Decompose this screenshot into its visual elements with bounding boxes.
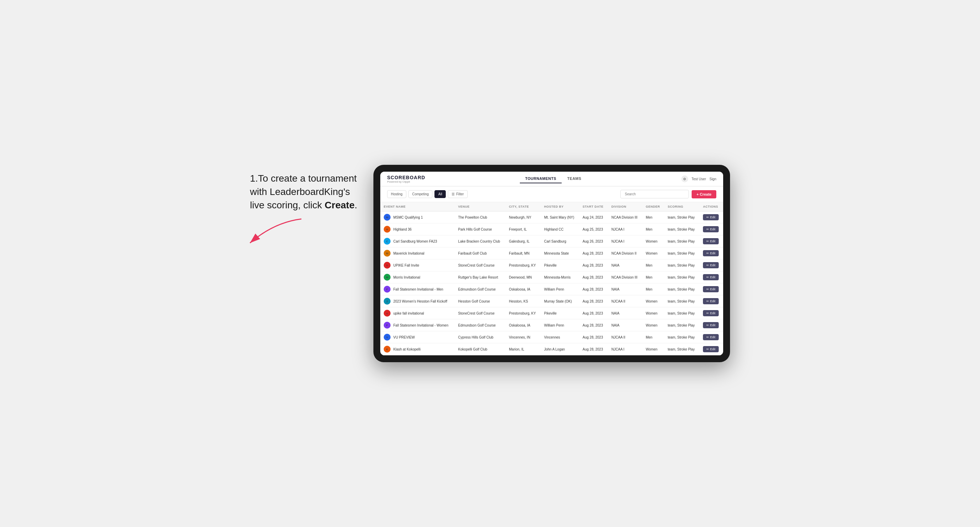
- edit-button[interactable]: ✏ Edit: [703, 214, 719, 220]
- actions-cell: ✏ Edit: [700, 319, 723, 331]
- gender-cell: Women: [642, 343, 664, 356]
- actions-cell: ✏ Edit: [700, 295, 723, 307]
- division-cell: NAIA: [608, 307, 642, 319]
- event-name: Morris Invitational: [393, 276, 420, 279]
- hosted-by-cell: Minnesota-Morris: [541, 271, 579, 283]
- actions-cell: ✏ Edit: [700, 248, 723, 259]
- start-date-cell: Aug 25, 2023: [579, 224, 608, 235]
- city-cell: Freeport, IL: [506, 224, 540, 235]
- event-name-cell: uupike fall invitational: [380, 307, 455, 319]
- col-scoring: SCORING: [664, 202, 700, 211]
- team-logo: F: [384, 322, 391, 329]
- division-cell: NJCAA II: [608, 331, 642, 343]
- start-date-cell: Aug 28, 2023: [579, 331, 608, 343]
- gender-cell: Men: [642, 211, 664, 224]
- division-cell: NCAA Division III: [608, 211, 642, 224]
- edit-button[interactable]: ✏ Edit: [703, 310, 719, 316]
- hosted-by-cell: William Penn: [541, 319, 579, 331]
- event-name-cell: MMaverick Invitational: [380, 248, 455, 259]
- team-logo: F: [384, 286, 391, 293]
- scoring-cell: team, Stroke Play: [664, 224, 700, 235]
- gender-cell: Women: [642, 295, 664, 307]
- actions-cell: ✏ Edit: [700, 331, 723, 343]
- edit-button[interactable]: ✏ Edit: [703, 238, 719, 244]
- tablet-device: SCOREBOARD Powered by Clippit TOURNAMENT…: [374, 165, 730, 362]
- venue-cell: StoneCrest Golf Course: [455, 307, 506, 319]
- table-row: CCarl Sandburg Women FA23Lake Bracken Co…: [380, 235, 723, 248]
- team-logo: H: [384, 226, 391, 233]
- settings-icon[interactable]: ⚙: [681, 175, 688, 182]
- edit-button[interactable]: ✏ Edit: [703, 346, 719, 352]
- actions-cell: ✏ Edit: [700, 271, 723, 283]
- toolbar: Hosting Competing All ☰ Filter + Create: [380, 186, 723, 202]
- team-logo: V: [384, 334, 391, 341]
- tab-teams[interactable]: TEAMS: [562, 175, 587, 183]
- venue-cell: Faribault Golf Club: [455, 248, 506, 259]
- tab-tournaments[interactable]: TOURNAMENTS: [520, 175, 562, 183]
- team-logo: u: [384, 310, 391, 317]
- table-row: 22023 Women's Hesston Fall KickoffHessto…: [380, 295, 723, 307]
- all-filter[interactable]: All: [434, 190, 446, 198]
- table-row: FFall Statesmen Invitational - WomenEdmu…: [380, 319, 723, 331]
- event-name: UPIKE Fall Invite: [393, 264, 419, 267]
- actions-cell: ✏ Edit: [700, 211, 723, 224]
- edit-button[interactable]: ✏ Edit: [703, 250, 719, 256]
- search-input[interactable]: [620, 190, 689, 198]
- gender-cell: Women: [642, 319, 664, 331]
- filter-label: Filter: [456, 192, 464, 196]
- tournaments-table: EVENT NAME VENUE CITY, STATE HOSTED BY S…: [380, 202, 723, 356]
- col-event-name: EVENT NAME: [380, 202, 455, 211]
- division-cell: NCAA Division III: [608, 271, 642, 283]
- hosted-by-cell: Carl Sandburg: [541, 235, 579, 248]
- city-cell: Newburgh, NY: [506, 211, 540, 224]
- table-row: HHighland 36Park Hills Golf CourseFreepo…: [380, 224, 723, 235]
- venue-cell: Kokopelli Golf Club: [455, 343, 506, 356]
- actions-cell: ✏ Edit: [700, 235, 723, 248]
- division-cell: NJCAA I: [608, 343, 642, 356]
- event-name: Highland 36: [393, 227, 412, 231]
- event-name-cell: MMSMC Qualifying 1: [380, 211, 455, 224]
- table-row: uupike fall invitationalStoneCrest Golf …: [380, 307, 723, 319]
- team-logo: C: [384, 238, 391, 244]
- division-cell: NAIA: [608, 319, 642, 331]
- actions-cell: ✏ Edit: [700, 259, 723, 271]
- sign-button[interactable]: Sign: [710, 177, 716, 181]
- table-row: FFall Statesmen Invitational - MenEdmund…: [380, 283, 723, 295]
- competing-filter[interactable]: Competing: [408, 190, 433, 198]
- actions-cell: ✏ Edit: [700, 343, 723, 356]
- edit-button[interactable]: ✏ Edit: [703, 298, 719, 304]
- start-date-cell: Aug 28, 2023: [579, 319, 608, 331]
- table-row: KKlash at KokopelliKokopelli Golf ClubMa…: [380, 343, 723, 356]
- event-name: Carl Sandburg Women FA23: [393, 240, 437, 243]
- scoring-cell: team, Stroke Play: [664, 331, 700, 343]
- hosted-by-cell: John A Logan: [541, 343, 579, 356]
- hosted-by-cell: Pikeville: [541, 307, 579, 319]
- edit-button[interactable]: ✏ Edit: [703, 334, 719, 340]
- venue-cell: The Powelton Club: [455, 211, 506, 224]
- table-row: UUPIKE Fall InviteStoneCrest Golf Course…: [380, 259, 723, 271]
- hosted-by-cell: Murray State (OK): [541, 295, 579, 307]
- scoring-cell: team, Stroke Play: [664, 271, 700, 283]
- edit-button[interactable]: ✏ Edit: [703, 274, 719, 280]
- edit-button[interactable]: ✏ Edit: [703, 226, 719, 232]
- scoring-cell: team, Stroke Play: [664, 343, 700, 356]
- filter-button[interactable]: ☰ Filter: [448, 190, 468, 198]
- gender-cell: Men: [642, 283, 664, 295]
- hosted-by-cell: Highland CC: [541, 224, 579, 235]
- event-name: 2023 Women's Hesston Fall Kickoff: [393, 300, 447, 303]
- event-name: Klash at Kokopelli: [393, 348, 421, 351]
- edit-button[interactable]: ✏ Edit: [703, 322, 719, 328]
- create-button[interactable]: + Create: [692, 190, 716, 198]
- edit-button[interactable]: ✏ Edit: [703, 262, 719, 268]
- event-name-cell: MMorris Invitational: [380, 271, 455, 283]
- venue-cell: Edmundson Golf Course: [455, 283, 506, 295]
- annotation-arrow: [240, 216, 308, 250]
- edit-button[interactable]: ✏ Edit: [703, 286, 719, 292]
- city-cell: Faribault, MN: [506, 248, 540, 259]
- event-name: VU PREVIEW: [393, 335, 415, 339]
- city-cell: Oskaloosa, IA: [506, 319, 540, 331]
- hosting-filter[interactable]: Hosting: [387, 190, 406, 198]
- col-hosted-by: HOSTED BY: [541, 202, 579, 211]
- col-division: DIVISION: [608, 202, 642, 211]
- city-cell: Vincennes, IN: [506, 331, 540, 343]
